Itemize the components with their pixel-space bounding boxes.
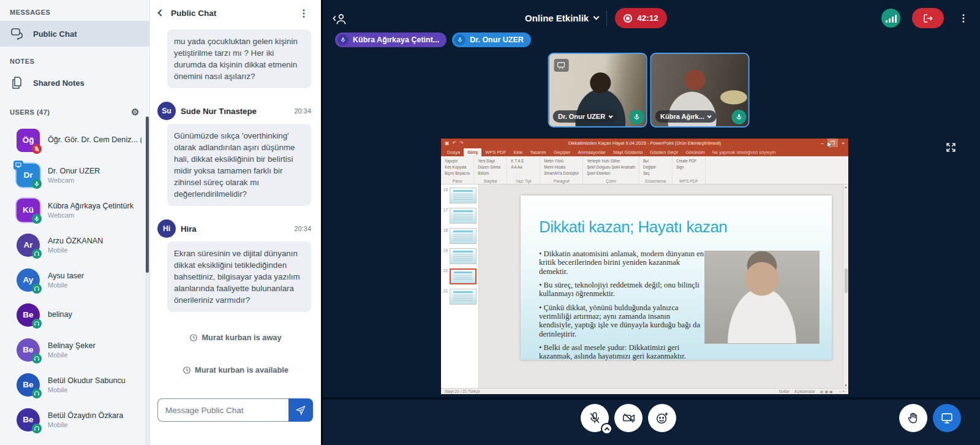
toggle-userlist-button[interactable] xyxy=(330,9,351,29)
comments-toggle[interactable]: Açıklamalar xyxy=(794,389,815,394)
scroll-up-arrow[interactable]: ▲ xyxy=(844,185,848,189)
scrollbar-thumb[interactable] xyxy=(146,116,149,273)
user-status-badge xyxy=(32,249,42,259)
ppt-ribbon-tabs: Dosya Giriş WPS PDF Ekle Tasarım Geçişle… xyxy=(441,147,848,156)
meeting-title-dropdown[interactable]: Online Etkinlik xyxy=(525,13,598,23)
user-list-item[interactable]: Be Betül Okudur Sabuncu xyxy=(0,367,145,402)
user-status-badge xyxy=(32,179,42,189)
chat-options-kebab-icon[interactable]: ⋮ xyxy=(295,6,312,20)
slide-thumbnail-preview[interactable] xyxy=(450,248,477,264)
view-mode-icons[interactable]: ▤▦▣ xyxy=(820,389,834,394)
minimize-presentation-button[interactable] xyxy=(933,404,961,432)
reactions-button[interactable] xyxy=(648,404,676,432)
start-camera-button[interactable] xyxy=(614,404,643,432)
ppt-titlebar[interactable]: ▣ ↶ ↷ Dikkatimizden Kaçan Hayat 9.04.202… xyxy=(441,139,848,147)
user-name: Arzu ÖZKANAN xyxy=(48,237,103,245)
sidebar-item-public-chat[interactable]: Public Chat xyxy=(0,21,149,47)
slide-thumbnail[interactable]: 17 xyxy=(442,208,478,224)
ppt-tab[interactable]: Ne yapmak istediğinizi söyleyin xyxy=(709,148,780,156)
chevron-down-icon xyxy=(594,14,600,20)
user-list-item[interactable]: Be belinay xyxy=(0,297,145,332)
user-list-item[interactable]: Dr Dr. Onur UZER xyxy=(0,158,145,192)
ribbon-group[interactable]: Metin Yönü Metni Hizala SmartArt'a Dönüş… xyxy=(540,156,583,184)
ppt-tab[interactable]: Geçişler xyxy=(550,148,575,156)
camera-off-icon xyxy=(622,411,636,425)
audio-options-chevron[interactable] xyxy=(601,423,612,435)
user-list-item[interactable]: Öğ Öğr. Gör. Dr. Cem Deniz... (You) xyxy=(0,123,145,158)
webcam-tile-kubra[interactable]: Kübra Ağırk... xyxy=(650,53,749,127)
headset-icon xyxy=(34,425,40,432)
raise-hand-button[interactable] xyxy=(899,404,927,432)
ribbon-group[interactable]: Yerleştir Hızlı Stiller Şekil Dolgusu Şe… xyxy=(583,156,639,184)
ppt-tab[interactable]: Slayt Gösterisi xyxy=(609,148,646,156)
ribbon-group[interactable]: Yeni Slayt Düzen Sıfırla Bölüm Slaytlar xyxy=(474,156,507,184)
slide-thumbnail[interactable]: 20 xyxy=(442,268,478,284)
user-list-item[interactable]: Be Betül Özaydın Özkara xyxy=(0,402,145,437)
slide-thumbnail-preview[interactable] xyxy=(450,188,477,203)
ppt-vertical-scrollbar[interactable]: ▲ ▼ xyxy=(843,184,848,388)
ribbon-group[interactable]: Yapıştır Kes Kopyala Biçim Boyacısı Pano xyxy=(441,156,474,184)
webcam-name-dropdown[interactable]: Kübra Ağırk... xyxy=(655,110,717,123)
close-button[interactable]: × xyxy=(838,139,848,147)
ppt-tab[interactable]: Gözden Geçir xyxy=(646,148,682,156)
slide-thumbnail-preview[interactable] xyxy=(450,268,477,284)
ribbon-group[interactable]: Bul Değiştir Seç Düzenleme xyxy=(639,156,673,184)
options-kebab-icon[interactable]: ⋮ xyxy=(956,11,971,25)
user-list-item[interactable]: Kü Kübra Ağırkaya Çetintürk xyxy=(0,192,145,227)
zoom-slider[interactable]: – + xyxy=(839,389,845,394)
userlist-scrollbar[interactable] xyxy=(145,116,149,445)
user-name: Öğr. Gör. Dr. Cem Deniz... (You) xyxy=(48,135,141,144)
talking-indicator-pill[interactable]: Dr. Onur UZER xyxy=(452,32,531,47)
user-avatar: Be xyxy=(17,338,40,362)
chevron-down-icon xyxy=(608,113,612,118)
message-bubble: Günümüzde sıkça 'overthinking' olarak ad… xyxy=(167,124,311,206)
slide-thumbnail[interactable]: 18 xyxy=(442,228,478,244)
ribbon-group[interactable]: K T A S A A Aa Yazı Tipi xyxy=(507,156,540,184)
action-bar xyxy=(323,397,980,445)
connection-status-button[interactable] xyxy=(881,9,900,28)
slide-number: 21 xyxy=(442,289,448,293)
user-list-item[interactable]: Ay Aysu taser xyxy=(0,262,145,297)
sidebar-item-shared-notes[interactable]: Shared Notes xyxy=(0,70,149,96)
user-text: Öğr. Gör. Dr. Cem Deniz... (You) xyxy=(48,135,141,145)
user-list-item[interactable]: Ar Arzu ÖZKANAN xyxy=(0,227,145,262)
slide-thumbnail[interactable]: 21 xyxy=(442,289,478,305)
recording-indicator-button[interactable]: 42:12 xyxy=(615,8,667,28)
talking-indicator-pill[interactable]: Kübra Ağırkaya Çetint... xyxy=(335,32,447,47)
send-message-button[interactable] xyxy=(288,398,313,422)
notes-toggle[interactable]: Notlar xyxy=(778,389,789,394)
slide-thumbnail-preview[interactable] xyxy=(450,208,477,224)
unmute-microphone-button[interactable] xyxy=(581,404,609,432)
current-slide: Dikkati kazan; Hayatı kazan Dikkatin ana… xyxy=(521,196,832,360)
user-avatar: Be xyxy=(17,303,40,327)
chat-message-input[interactable] xyxy=(157,398,288,422)
slide-thumbnail[interactable]: 16 xyxy=(442,188,478,203)
ribbon-group[interactable]: Create PDF Sign WPS PDF xyxy=(673,156,706,184)
slide-thumbnail-preview[interactable] xyxy=(450,228,477,244)
minimize-button[interactable]: – xyxy=(817,139,827,147)
ppt-tab[interactable]: Animasyonlar xyxy=(574,148,609,156)
fullscreen-presentation-button[interactable] xyxy=(944,140,958,154)
chevron-down-icon xyxy=(707,113,712,118)
scroll-down-arrow[interactable]: ▼ xyxy=(844,384,848,387)
slide-thumbnail[interactable]: 19 xyxy=(442,248,478,264)
headset-icon xyxy=(34,356,40,362)
webcam-name-dropdown[interactable]: Dr. Onur UZER xyxy=(552,110,617,123)
user-name: Belinay Şeker xyxy=(48,341,96,350)
ppt-tab[interactable]: Giriş xyxy=(464,148,481,156)
chat-message: Hi Hira 20:34 Ekran süresinin ve dijital… xyxy=(157,219,311,312)
ppt-tab[interactable]: Dosya xyxy=(443,148,464,156)
leave-meeting-button[interactable] xyxy=(912,8,944,28)
users-settings-gear-icon[interactable]: ⚙ xyxy=(131,107,140,118)
ppt-tab[interactable]: Tasarım xyxy=(526,148,550,156)
chat-back-chevron-icon[interactable] xyxy=(157,9,164,16)
user-list-item[interactable]: Be Belinay Şeker xyxy=(0,332,145,367)
ppt-tab[interactable]: Görünüm xyxy=(682,148,708,156)
meeting-title: Online Etkinlik xyxy=(525,13,589,23)
scrollbar-thumb[interactable] xyxy=(845,268,848,293)
slide-thumbnail-preview[interactable] xyxy=(450,289,477,305)
ppt-tab[interactable]: Ekle xyxy=(510,148,527,156)
ppt-tab[interactable]: WPS PDF xyxy=(481,148,510,156)
webcam-tile-onur[interactable]: Dr. Onur UZER xyxy=(548,53,647,127)
ppt-status-bar: Slayt 20 / 21 Türkçe Notlar Açıklamalar … xyxy=(441,388,848,394)
